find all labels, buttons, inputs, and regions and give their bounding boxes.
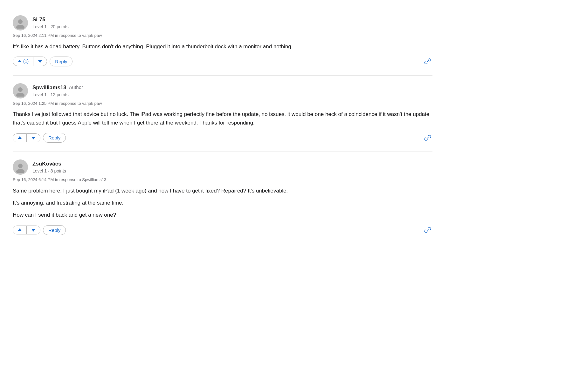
username: Spwilliams13	[32, 84, 66, 92]
copy-link-button[interactable]	[423, 57, 432, 66]
comment-meta: Sep 16, 2024 6:14 PM in response to Spwi…	[13, 177, 432, 183]
svg-point-0	[18, 19, 23, 24]
vote-group	[13, 226, 40, 234]
downvote-button[interactable]	[27, 226, 40, 234]
comment-paragraph: Same problem here. I just bought my iPad…	[13, 187, 432, 195]
copy-link-button[interactable]	[423, 133, 432, 143]
vote-group	[13, 133, 40, 142]
upvote-count: (1)	[23, 59, 29, 64]
avatar	[13, 83, 28, 98]
comment-item: Spwilliams13AuthorLevel 1 · 12 pointsSep…	[13, 76, 432, 152]
upvote-icon	[17, 59, 22, 64]
svg-point-3	[16, 93, 24, 97]
reply-button[interactable]: Reply	[50, 57, 72, 66]
upvote-icon	[17, 228, 22, 232]
user-level: Level 1 · 12 points	[32, 91, 83, 98]
svg-point-2	[18, 87, 23, 92]
upvote-button[interactable]: (1)	[13, 57, 33, 66]
downvote-icon	[31, 228, 36, 232]
vote-group: (1)	[13, 57, 47, 66]
comment-body: Thanks I've just followed that advice bu…	[13, 110, 432, 127]
downvote-button[interactable]	[27, 134, 40, 142]
svg-point-5	[16, 169, 24, 173]
upvote-icon	[17, 136, 22, 140]
user-level: Level 1 · 20 points	[32, 24, 69, 30]
comment-body: It's like it has a dead battery. Buttons…	[13, 43, 432, 51]
link-icon	[424, 226, 431, 233]
user-level: Level 1 · 8 points	[32, 168, 66, 174]
downvote-icon	[31, 136, 36, 140]
username: Si-75	[32, 16, 45, 24]
svg-point-1	[16, 25, 24, 29]
comment-paragraph: How can I send it back and get a new one…	[13, 211, 432, 219]
comment-meta: Sep 16, 2024 2:11 PM in response to varj…	[13, 32, 432, 39]
upvote-button[interactable]	[13, 134, 27, 142]
comment-body: Same problem here. I just bought my iPad…	[13, 187, 432, 220]
link-icon	[424, 134, 431, 141]
avatar	[13, 159, 28, 175]
comment-paragraph: It's annoying, and frustrating at the sa…	[13, 199, 432, 207]
comment-item: ZsuKovácsLevel 1 · 8 pointsSep 16, 2024 …	[13, 152, 432, 244]
comment-paragraph: Thanks I've just followed that advice bu…	[13, 110, 432, 127]
author-badge: Author	[69, 84, 83, 91]
upvote-button[interactable]	[13, 226, 27, 234]
svg-point-4	[18, 164, 23, 168]
copy-link-button[interactable]	[423, 225, 432, 235]
comment-meta: Sep 16, 2024 1:25 PM in response to varj…	[13, 100, 432, 107]
link-icon	[424, 58, 431, 65]
comment-item: Si-75Level 1 · 20 pointsSep 16, 2024 2:1…	[13, 8, 432, 76]
avatar	[13, 15, 28, 30]
downvote-button[interactable]	[33, 57, 47, 65]
downvote-icon	[38, 59, 42, 64]
comment-paragraph: It's like it has a dead battery. Buttons…	[13, 43, 432, 51]
reply-button[interactable]: Reply	[43, 225, 66, 235]
reply-button[interactable]: Reply	[43, 133, 66, 143]
username: ZsuKovács	[32, 160, 61, 168]
